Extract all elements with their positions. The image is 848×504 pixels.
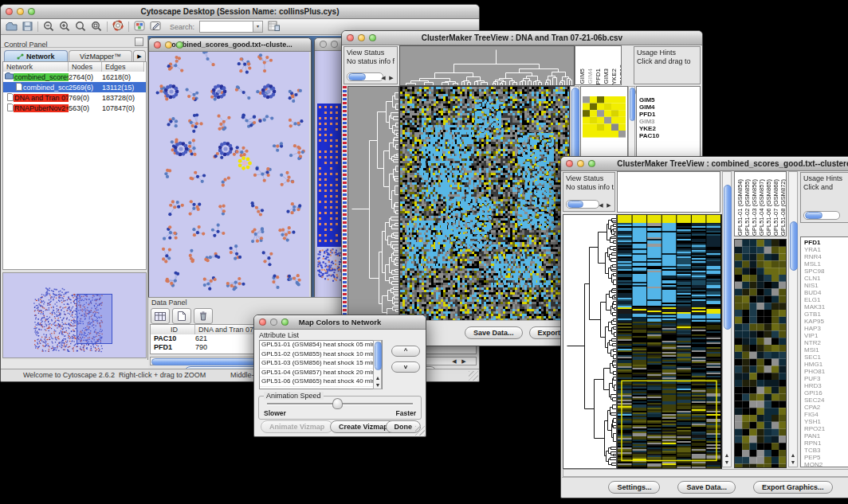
tv2-gene-label[interactable]: VIP1 [804,332,848,339]
tv2-gene-label[interactable]: BUD4 [804,289,848,296]
tab-vizmapper[interactable]: VizMapper™ [69,50,132,62]
tv2-gene-label[interactable]: YRA1 [804,246,848,253]
tv2-gene-label[interactable]: HRD3 [804,382,848,389]
attribute-list-item[interactable]: GPL51-03 (GSM856) heat shock 15 min [260,359,382,369]
tv2-hints-scrollbar[interactable] [803,211,840,220]
tv2-array-label[interactable]: GPL51-08 (GSM872) [779,179,787,236]
annotation-icon[interactable] [150,20,162,34]
tv2-zoom-heatmap-canvas[interactable] [734,239,787,468]
scroll-down-icon[interactable]: ▼ [789,459,797,466]
tv1-heatmap-canvas[interactable] [399,86,570,321]
treeview1-title-bar[interactable]: ClusterMaker TreeView : DNA and Tran 07-… [342,31,702,45]
tv2-gene-label[interactable]: PHO81 [804,368,848,375]
network-overview-canvas[interactable] [3,273,146,357]
tv2-array-label[interactable]: GPL51-02 (GSM855) [744,179,751,236]
zoom-in-icon[interactable] [59,20,70,34]
tv2-gene-label[interactable]: PFD1 [804,239,848,246]
zoom-actual-icon[interactable] [75,20,86,34]
tv2-array-label[interactable]: GPL51-06 (GSM865) [765,179,772,236]
speed-slider-thumb[interactable] [332,398,343,409]
tv1-column-label[interactable]: PAC10 [618,64,622,84]
tv1-row-label[interactable]: GIM5 [639,96,700,104]
zoom-out-icon[interactable] [43,20,54,34]
scroll-right-icon[interactable]: ▶ [387,75,395,81]
float-panel-icon[interactable] [135,37,143,46]
network-overview-panel[interactable] [2,272,147,358]
delete-attribute-icon[interactable] [194,308,213,324]
tv1-row-dendrogram[interactable] [347,86,399,321]
search-input[interactable] [200,21,253,32]
tv2-gene-label[interactable]: PEP5 [804,454,848,461]
network-view-window[interactable]: combined_scores_good.txt--cluste... [148,37,312,299]
column-header-id[interactable]: ID [151,325,195,334]
vizmapper-palette-icon[interactable] [134,20,145,34]
tv1-zoom-heatmap-canvas[interactable] [583,96,626,138]
dialog-title-bar[interactable]: Map Colors to Network [254,315,426,330]
attribute-list-item[interactable]: GPL51-04 (GSM857) heat shock 20 min [260,369,382,378]
save-icon[interactable] [22,20,33,34]
tv2-gene-label[interactable]: MON2 [804,461,848,467]
tv1-row-label[interactable]: GIM3 [639,118,700,125]
scroll-left-icon[interactable]: ◀ [379,75,387,81]
scroll-down-icon[interactable]: ▼ [723,459,731,466]
tv2-gene-label[interactable]: GTB1 [804,311,848,318]
tv1-save-data-button[interactable]: Save Data... [465,326,523,339]
tab-network[interactable]: Network [4,50,68,62]
tv2-gene-label[interactable]: CLN1 [804,275,848,282]
column-header[interactable]: Nodes [69,62,102,72]
tv1-column-label[interactable]: PFD1 [595,68,602,84]
window-controls[interactable] [347,34,376,41]
tv2-gene-label[interactable]: NTR2 [804,339,848,346]
tv2-gene-label[interactable]: HAP3 [804,325,848,332]
tv2-gene-label[interactable]: RPO21 [804,425,848,432]
tv1-status-scrollbar[interactable] [347,72,383,81]
scroll-up-icon[interactable]: ▲ [374,375,382,381]
scroll-up-icon[interactable]: ▲ [723,452,731,459]
table-row[interactable]: DNA and Tran 07769(0)183728(0) [3,92,146,103]
tv2-gene-label[interactable]: PUF3 [804,375,848,382]
tv2-gene-label[interactable]: MSL1 [804,260,848,268]
tv2-gene-label[interactable]: NIS1 [804,282,848,289]
tv2-gene-label[interactable]: MSI1 [804,346,848,354]
scroll-left-icon[interactable]: ◀ [597,202,605,209]
table-export-icon[interactable] [268,20,280,34]
tv2-array-label[interactable]: GPL51-07 (GSM868) [772,179,779,236]
new-attribute-icon[interactable] [172,308,191,324]
tv2-gene-label[interactable]: CPA2 [804,404,848,411]
zoom-fit-icon[interactable] [91,20,102,34]
treeview2-title-bar[interactable]: ClusterMaker TreeView : combined_scores_… [561,157,848,171]
tv1-column-label[interactable]: GIM4 [587,68,594,84]
main-title-bar[interactable]: Cytoscape Desktop (Session Name: collins… [1,5,479,19]
scroll-down-icon[interactable]: ▼ [374,382,382,389]
move-up-button[interactable]: ^ [391,346,420,357]
help-lifesaver-icon[interactable] [112,20,124,34]
resize-grip[interactable] [415,426,425,436]
more-tabs-arrow[interactable]: ▶ [133,50,146,62]
tv2-gene-label[interactable]: RPN1 [804,440,848,447]
attribute-list-item[interactable]: GPL51-02 (GSM855) heat shock 10 min [260,350,382,360]
tv2-array-label[interactable]: GPL51-01 (GSM854) [736,179,744,236]
network-view-canvas[interactable] [149,52,309,297]
tv2-settings-button[interactable]: Settings... [608,481,660,494]
open-folder-icon[interactable] [6,20,18,34]
scroll-left-icon[interactable]: ◀ [450,358,458,365]
tv2-export-graphics-button[interactable]: Export Graphics... [753,481,833,494]
tv2-gene-label[interactable]: SPC98 [804,268,848,275]
tv2-gene-label[interactable]: FIG4 [804,411,848,418]
tv2-gene-label[interactable]: PAN1 [804,432,848,440]
tv2-heatmap-vscrollbar[interactable]: ▲ ▼ [722,171,732,467]
window-controls[interactable] [259,318,289,326]
table-row[interactable]: combined_scores2764(0)16218(0) [3,72,146,82]
scroll-right-icon[interactable]: ▶ [460,358,468,365]
tv2-zoom-vscrollbar[interactable]: ▲ ▼ [788,171,798,467]
tv2-save-data-button[interactable]: Save Data... [677,481,736,494]
tv1-column-dendrogram[interactable] [399,45,575,86]
resize-grip[interactable] [469,371,478,381]
tv2-status-scrollbar[interactable] [566,200,599,209]
tv1-column-label[interactable]: GIM5 [579,68,586,84]
attribute-list-item[interactable]: GPL51-06 (GSM865) heat shock 40 min [260,377,382,387]
tv2-row-dendrogram[interactable] [563,214,617,469]
column-header[interactable]: Network [3,62,69,72]
animate-vizmap-button[interactable]: Animate Vizmap [261,420,333,433]
tv2-gene-label[interactable]: TCB3 [804,447,848,454]
